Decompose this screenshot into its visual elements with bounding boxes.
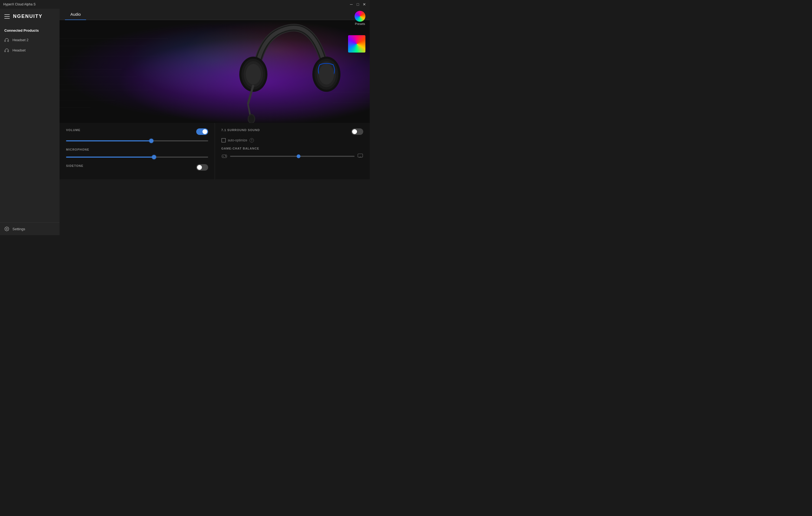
microphone-slider-track bbox=[66, 157, 208, 158]
help-icon[interactable]: ? bbox=[250, 138, 254, 142]
minimize-button[interactable]: ─ bbox=[349, 2, 353, 6]
svg-point-13 bbox=[319, 64, 334, 84]
main-content: Audio Presets bbox=[60, 9, 370, 235]
window-title: HyperX Cloud Alpha S bbox=[3, 2, 35, 6]
settings-label: Settings bbox=[12, 227, 25, 231]
close-button[interactable]: ✕ bbox=[362, 2, 367, 6]
volume-label: VOLUME bbox=[66, 128, 80, 132]
microphone-slider-thumb[interactable] bbox=[152, 155, 156, 159]
microphone-section: MICROPHONE bbox=[66, 148, 208, 160]
headset-product-image: H bbox=[224, 20, 353, 123]
auto-optimize-row[interactable]: auto-optimize ? bbox=[222, 138, 364, 142]
balance-row bbox=[222, 153, 364, 159]
game-icon bbox=[222, 153, 227, 159]
presets-button[interactable]: Presets bbox=[354, 11, 366, 25]
hamburger-line-1 bbox=[4, 15, 10, 15]
logo-text: NGENUITY bbox=[13, 13, 42, 19]
preset-thumbnail[interactable] bbox=[348, 35, 366, 53]
sidebar: NGENUITY Connected Products Headset 2 He… bbox=[0, 9, 60, 235]
surround-toggle[interactable] bbox=[351, 128, 363, 135]
surround-toggle-knob bbox=[352, 129, 357, 134]
volume-toggle[interactable] bbox=[196, 128, 208, 135]
chat-icon bbox=[357, 153, 363, 159]
left-control-panel: VOLUME MICROPHONE bbox=[60, 123, 215, 179]
presets-icon bbox=[354, 11, 366, 22]
sidebar-item-headset2[interactable]: Headset 2 bbox=[0, 35, 60, 45]
controls-area: VOLUME MICROPHONE bbox=[60, 123, 370, 179]
gear-icon bbox=[4, 226, 9, 231]
presets-label: Presets bbox=[355, 22, 365, 25]
sidetone-row: SIDETONE bbox=[66, 164, 208, 171]
svg-point-12 bbox=[246, 64, 261, 84]
title-bar: HyperX Cloud Alpha S ─ □ ✕ bbox=[0, 0, 370, 9]
settings-item[interactable]: Settings bbox=[0, 222, 60, 235]
microphone-slider-fill bbox=[66, 157, 154, 158]
hamburger-line-3 bbox=[4, 18, 10, 19]
hero-area: H bbox=[60, 20, 370, 123]
microphone-slider-container[interactable] bbox=[66, 154, 208, 160]
sidetone-toggle[interactable] bbox=[196, 164, 208, 171]
sidetone-toggle-knob bbox=[197, 165, 202, 170]
balance-slider-thumb[interactable] bbox=[297, 154, 300, 158]
headset2-label: Headset 2 bbox=[12, 38, 28, 42]
headset2-icon bbox=[4, 37, 9, 42]
sidebar-header: NGENUITY bbox=[0, 9, 60, 24]
volume-toggle-knob bbox=[202, 129, 207, 134]
game-chat-section: GAME-CHAT BALANCE bbox=[222, 147, 364, 159]
svg-point-17 bbox=[225, 156, 226, 156]
tab-audio[interactable]: Audio bbox=[65, 9, 86, 20]
tab-bar: Audio bbox=[60, 9, 370, 20]
headset-label: Headset bbox=[12, 48, 25, 52]
app-container: NGENUITY Connected Products Headset 2 He… bbox=[0, 9, 370, 235]
hamburger-line-2 bbox=[4, 16, 10, 17]
sidetone-label: SIDETONE bbox=[66, 164, 83, 167]
window-controls: ─ □ ✕ bbox=[349, 2, 367, 6]
right-control-panel: 7.1 SURROUND SOUND auto-optimize ? GAME-… bbox=[215, 123, 370, 179]
volume-row: VOLUME bbox=[66, 128, 208, 135]
maximize-button[interactable]: □ bbox=[356, 2, 360, 6]
svg-point-11 bbox=[249, 115, 254, 123]
volume-slider-fill bbox=[66, 140, 151, 141]
volume-slider-thumb[interactable] bbox=[149, 139, 153, 143]
svg-point-18 bbox=[226, 156, 226, 157]
volume-slider-container[interactable] bbox=[66, 138, 208, 143]
hamburger-icon[interactable] bbox=[4, 15, 10, 19]
tab-audio-label: Audio bbox=[70, 12, 81, 17]
surround-label: 7.1 SURROUND SOUND bbox=[222, 128, 260, 132]
microphone-label: MICROPHONE bbox=[66, 148, 208, 151]
surround-row: 7.1 SURROUND SOUND bbox=[222, 128, 364, 135]
sidetone-section: SIDETONE bbox=[66, 164, 208, 171]
balance-slider-track bbox=[230, 156, 355, 157]
auto-optimize-checkbox[interactable] bbox=[222, 138, 226, 142]
game-chat-label: GAME-CHAT BALANCE bbox=[222, 147, 364, 150]
auto-optimize-label: auto-optimize bbox=[228, 138, 248, 142]
sidebar-item-headset[interactable]: Headset bbox=[0, 45, 60, 55]
svg-point-0 bbox=[6, 228, 7, 230]
connected-products-label: Connected Products bbox=[0, 24, 60, 35]
headset-icon bbox=[4, 48, 9, 53]
sidebar-spacer bbox=[0, 55, 60, 222]
volume-slider-track bbox=[66, 140, 208, 141]
